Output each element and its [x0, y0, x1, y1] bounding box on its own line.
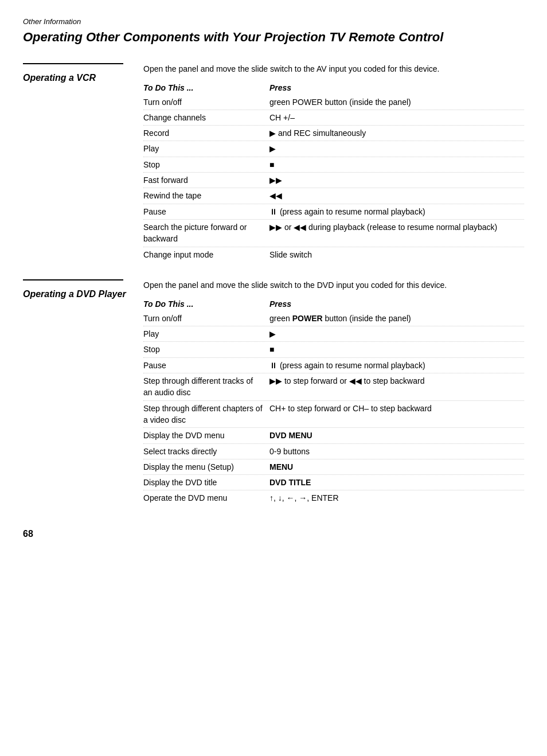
cell-press: MENU — [269, 461, 524, 473]
table-row: Display the DVD menu DVD MENU — [143, 428, 524, 443]
vcr-divider — [23, 63, 123, 64]
cell-press: Slide switch — [269, 249, 524, 260]
dvd-section-right: Open the panel and move the slide switch… — [143, 279, 524, 506]
main-title: Operating Other Components with Your Pro… — [23, 29, 524, 46]
vcr-col-action-header: To Do This ... — [143, 83, 269, 92]
cell-action: Pause — [143, 206, 269, 217]
cell-action: Record — [143, 127, 269, 139]
cell-press: ▶▶ — [269, 174, 524, 186]
table-row: Record ▶ and REC simultaneously — [143, 126, 524, 141]
table-row: Turn on/off green POWER button (inside t… — [143, 311, 524, 326]
vcr-col-press-header: Press — [269, 83, 524, 92]
dvd-section-left: Operating a DVD Player — [23, 279, 143, 506]
cell-action: Stop — [143, 344, 269, 355]
cell-action: Turn on/off — [143, 313, 269, 324]
cell-press: green POWER button (inside the panel) — [269, 313, 524, 324]
cell-action: Rewind the tape — [143, 190, 269, 201]
table-row: Step through different chapters of a vid… — [143, 401, 524, 428]
cell-action: Turn on/off — [143, 96, 269, 108]
table-row: Play ▶ — [143, 326, 524, 342]
cell-press: ↑, ↓, ←, →, ENTER — [269, 492, 524, 504]
table-row: Stop ■ — [143, 157, 524, 173]
cell-action: Step through different tracks of an audi… — [143, 375, 269, 399]
cell-press: DVD MENU — [269, 430, 524, 441]
cell-press: 0-9 buttons — [269, 446, 524, 457]
cell-action: Search the picture forward or backward — [143, 221, 269, 245]
vcr-heading: Operating a VCR — [23, 72, 138, 84]
table-row: Rewind the tape ◀◀ — [143, 188, 524, 204]
vcr-table-header: To Do This ... Press — [143, 83, 524, 92]
vcr-section-left: Operating a VCR — [23, 63, 143, 262]
section-label: Other Information — [23, 17, 524, 26]
cell-action: Operate the DVD menu — [143, 492, 269, 504]
cell-press: ⏸ (press again to resume normal playback… — [269, 360, 524, 371]
dvd-divider — [23, 279, 123, 280]
table-row: Pause ⏸ (press again to resume normal pl… — [143, 358, 524, 373]
table-row: Select tracks directly 0-9 buttons — [143, 444, 524, 459]
table-row: Operate the DVD menu ↑, ↓, ←, →, ENTER — [143, 490, 524, 505]
dvd-col-press-header: Press — [269, 299, 524, 309]
cell-press: ◀◀ — [269, 190, 524, 201]
vcr-section-right: Open the panel and move the slide switch… — [143, 63, 524, 262]
cell-press: CH +/– — [269, 112, 524, 123]
cell-action: Stop — [143, 159, 269, 170]
vcr-intro: Open the panel and move the slide switch… — [143, 63, 524, 75]
table-row: Play ▶ — [143, 141, 524, 157]
cell-press: ■ — [269, 159, 524, 170]
cell-press: ▶▶ or ◀◀ during playback (release to res… — [269, 221, 524, 245]
vcr-table: Turn on/off green POWER button (inside t… — [143, 95, 524, 262]
table-row: Stop ■ — [143, 342, 524, 357]
cell-action: Step through different chapters of a vid… — [143, 403, 269, 426]
dvd-heading: Operating a DVD Player — [23, 289, 138, 301]
cell-press: ▶ — [269, 143, 524, 154]
cell-action: Select tracks directly — [143, 446, 269, 457]
dvd-col-action-header: To Do This ... — [143, 299, 269, 309]
cell-press: green POWER button (inside the panel) — [269, 96, 524, 108]
cell-press: CH+ to step forward or CH– to step backw… — [269, 403, 524, 426]
cell-action: Display the DVD menu — [143, 430, 269, 441]
table-row: Pause ⏸ (press again to resume normal pl… — [143, 204, 524, 220]
cell-action: Play — [143, 328, 269, 340]
dvd-table-header: To Do This ... Press — [143, 299, 524, 309]
cell-action: Play — [143, 143, 269, 154]
table-row: Display the DVD title DVD TITLE — [143, 475, 524, 490]
cell-press: ▶ — [269, 328, 524, 340]
vcr-section: Operating a VCR Open the panel and move … — [23, 63, 524, 262]
cell-action: Change channels — [143, 112, 269, 123]
table-row: Change channels CH +/– — [143, 110, 524, 126]
dvd-section: Operating a DVD Player Open the panel an… — [23, 279, 524, 506]
dvd-table: Turn on/off green POWER button (inside t… — [143, 311, 524, 506]
cell-press: DVD TITLE — [269, 477, 524, 488]
cell-action: Display the DVD title — [143, 477, 269, 488]
cell-press: ■ — [269, 344, 524, 355]
table-row: Turn on/off green POWER button (inside t… — [143, 95, 524, 110]
cell-press: ⏸ (press again to resume normal playback… — [269, 206, 524, 217]
cell-action: Fast forward — [143, 174, 269, 186]
cell-press: ▶▶ to step forward or ◀◀ to step backwar… — [269, 375, 524, 399]
cell-action: Display the menu (Setup) — [143, 461, 269, 473]
table-row: Search the picture forward or backward ▶… — [143, 220, 524, 247]
table-row: Display the menu (Setup) MENU — [143, 459, 524, 475]
page-number: 68 — [23, 529, 524, 539]
cell-action: Change input mode — [143, 249, 269, 260]
cell-press: ▶ and REC simultaneously — [269, 127, 524, 139]
table-row: Step through different tracks of an audi… — [143, 373, 524, 401]
dvd-intro: Open the panel and move the slide switch… — [143, 279, 524, 291]
table-row: Fast forward ▶▶ — [143, 173, 524, 188]
table-row: Change input mode Slide switch — [143, 247, 524, 262]
cell-action: Pause — [143, 360, 269, 371]
